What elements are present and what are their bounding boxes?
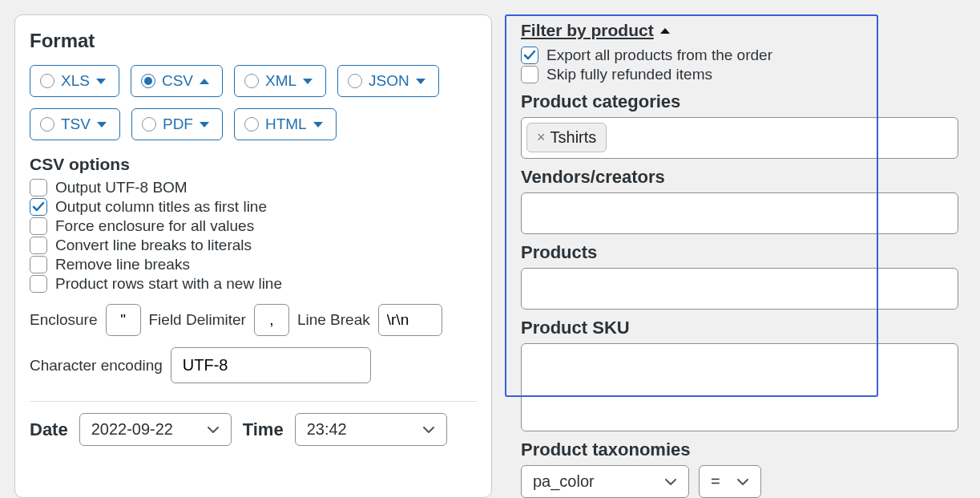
format-option-html[interactable]: HTML (234, 108, 337, 140)
time-select[interactable]: 23:42 (295, 413, 447, 446)
field-delimiter-label: Field Delimiter (149, 311, 246, 329)
taxonomy-select[interactable]: pa_color (521, 465, 689, 498)
products-input[interactable] (521, 268, 958, 310)
format-option-label: HTML (265, 115, 307, 133)
line-break-label: Line Break (297, 311, 370, 329)
enclosure-input[interactable] (106, 304, 141, 336)
product-sku-input[interactable] (521, 343, 958, 431)
format-option-tsv[interactable]: TSV (30, 108, 120, 140)
filter-title-text: Filter by product (521, 21, 654, 40)
date-select[interactable]: 2022-09-22 (79, 413, 232, 446)
radio-icon (141, 74, 155, 88)
checkbox-force-enclosure[interactable] (30, 217, 47, 235)
chevron-down-icon (664, 478, 677, 486)
check-icon (32, 201, 45, 213)
caret-down-icon (200, 122, 209, 128)
format-option-label: PDF (163, 115, 193, 133)
format-option-label: XML (265, 72, 296, 90)
category-tag[interactable]: × Tshirts (526, 123, 607, 152)
date-label: Date (30, 419, 68, 440)
radio-icon (244, 74, 259, 88)
enclosure-label: Enclosure (30, 311, 98, 329)
line-break-input[interactable] (378, 304, 442, 336)
filter-panel: Filter by product Export all products fr… (510, 14, 960, 498)
radio-icon (348, 74, 362, 88)
format-option-xls[interactable]: XLS (30, 65, 119, 97)
format-option-label: XLS (61, 72, 90, 90)
product-sku-label: Product SKU (521, 318, 958, 338)
checkbox-remove-line-breaks[interactable] (30, 256, 47, 273)
checkbox-label: Export all products from the order (546, 47, 772, 64)
checkbox-label: Output UTF-8 BOM (55, 179, 188, 196)
chevron-down-icon (736, 478, 749, 486)
format-option-json[interactable]: JSON (337, 65, 439, 97)
format-option-xml[interactable]: XML (234, 65, 326, 97)
time-value: 23:42 (307, 420, 347, 439)
csv-options-heading: CSV options (30, 155, 477, 174)
products-label: Products (521, 242, 958, 263)
format-option-label: TSV (61, 115, 91, 133)
format-option-label: CSV (162, 72, 193, 90)
radio-icon (40, 117, 54, 132)
checkbox-label: Skip fully refunded items (546, 66, 712, 83)
caret-up-icon (660, 28, 670, 34)
format-option-csv[interactable]: CSV (131, 65, 223, 97)
remove-tag-icon[interactable]: × (537, 129, 546, 146)
chevron-down-icon (207, 426, 220, 434)
tag-label: Tshirts (550, 128, 597, 147)
caret-up-icon (200, 79, 209, 84)
caret-down-icon (303, 79, 313, 84)
time-label: Time (243, 419, 284, 440)
caret-down-icon (416, 79, 425, 84)
checkbox-export-all-products[interactable] (521, 47, 538, 64)
caret-down-icon (313, 122, 323, 128)
checkbox-column-titles[interactable] (30, 198, 47, 216)
radio-icon (40, 74, 54, 88)
checkbox-utf8-bom[interactable] (30, 179, 47, 196)
filter-by-product-toggle[interactable]: Filter by product (521, 21, 670, 40)
checkbox-label: Output column titles as first line (55, 198, 267, 216)
checkbox-convert-line-breaks[interactable] (30, 237, 47, 254)
radio-icon (142, 117, 156, 132)
checkbox-label: Force enclosure for all values (55, 217, 254, 235)
checkbox-label: Convert line breaks to literals (55, 237, 252, 254)
format-option-pdf[interactable]: PDF (131, 108, 223, 140)
encoding-input[interactable] (171, 347, 371, 383)
format-heading: Format (30, 30, 477, 52)
date-value: 2022-09-22 (91, 420, 173, 439)
format-panel: Format XLS CSV XML JSON (14, 14, 492, 498)
radio-icon (244, 117, 259, 132)
caret-down-icon (97, 122, 107, 128)
chevron-down-icon (422, 426, 435, 434)
checkbox-label: Remove line breaks (55, 256, 190, 273)
product-categories-label: Product categories (521, 91, 958, 112)
checkbox-skip-refunded[interactable] (521, 66, 538, 83)
vendors-input[interactable] (521, 192, 958, 234)
product-categories-input[interactable]: × Tshirts (521, 117, 958, 159)
separator (30, 401, 477, 402)
field-delimiter-input[interactable] (254, 304, 289, 336)
checkbox-label: Product rows start with a new line (55, 275, 282, 293)
encoding-label: Character encoding (30, 357, 163, 375)
taxonomy-value: pa_color (533, 472, 595, 491)
taxonomy-operator-value: = (711, 472, 720, 491)
check-icon (523, 50, 536, 61)
format-option-label: JSON (369, 72, 409, 90)
product-taxonomies-label: Product taxonomies (521, 439, 958, 460)
caret-down-icon (96, 79, 106, 84)
format-options: XLS CSV XML JSON TSV (30, 65, 477, 140)
checkbox-product-rows-newline[interactable] (30, 275, 47, 293)
vendors-label: Vendors/creators (521, 167, 958, 188)
taxonomy-operator-select[interactable]: = (699, 465, 761, 498)
